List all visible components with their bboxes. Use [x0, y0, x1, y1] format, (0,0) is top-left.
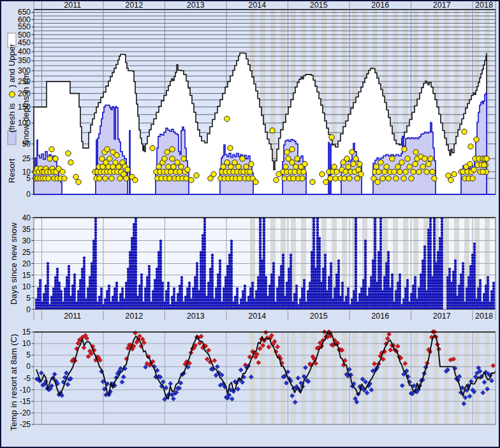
ytick-label: -20: [20, 408, 31, 417]
fresh-snow-marker: [49, 147, 54, 152]
fresh-snow-marker: [290, 147, 295, 152]
fresh-snow-marker: [47, 156, 52, 161]
fresh-snow-marker: [253, 179, 258, 184]
ytick-label: 15: [22, 271, 31, 280]
fresh-snow-marker: [282, 176, 287, 181]
fresh-snow-marker: [224, 116, 230, 121]
year-label: 2016: [371, 312, 389, 321]
fresh-snow-marker: [399, 160, 404, 165]
year-label: 2018: [475, 1, 493, 10]
fresh-snow-marker: [181, 156, 186, 161]
fresh-snow-marker: [320, 171, 325, 177]
fresh-snow-marker: [382, 169, 387, 174]
fresh-snow-marker: [343, 169, 348, 174]
fresh-snow-marker: [480, 169, 485, 174]
fresh-snow-marker: [342, 176, 347, 181]
fresh-legend-prefix: (fresh is: [7, 103, 17, 133]
fresh-snow-marker: [60, 169, 65, 174]
upper-legend-label: ) and Upper: [7, 43, 17, 87]
fresh-snow-marker: [346, 164, 351, 169]
fresh-snow-marker: [133, 177, 138, 182]
fresh-snow-marker: [166, 164, 171, 169]
ytick-label: 10: [22, 282, 31, 291]
year-label: 2017: [433, 312, 451, 321]
fresh-snow-marker: [428, 156, 433, 161]
ytick-label: 350: [18, 56, 31, 65]
ytick-label: 450: [18, 38, 31, 47]
fresh-snow-marker: [462, 129, 467, 134]
fresh-snow-marker: [97, 176, 102, 181]
fresh-snow-marker: [53, 156, 58, 161]
fresh-snow-marker: [185, 167, 190, 172]
fresh-snow-marker: [236, 164, 241, 169]
ytick-label: 400: [18, 47, 31, 56]
fresh-snow-marker: [334, 169, 339, 174]
fresh-snow-marker: [300, 176, 305, 181]
snow-axis-title: Snow depths in cm: [21, 73, 31, 145]
ytick-label: 650: [18, 8, 31, 17]
fresh-snow-marker: [358, 171, 364, 177]
fresh-legend-marker: [10, 92, 15, 98]
ytick-label: -5: [24, 374, 31, 383]
fresh-snow-marker: [393, 176, 399, 181]
fresh-snow-marker: [170, 147, 175, 152]
fresh-snow-marker: [168, 169, 173, 174]
fresh-snow-marker: [171, 164, 176, 169]
fresh-snow-marker: [107, 156, 112, 161]
fresh-snow-marker: [228, 145, 233, 150]
ytick-label: 5: [26, 350, 31, 359]
ytick-label: 10: [22, 339, 31, 348]
fresh-snow-marker: [117, 176, 122, 181]
fresh-snow-marker: [232, 160, 237, 165]
fresh-snow-marker: [76, 179, 81, 184]
fresh-snow-marker: [194, 173, 199, 178]
fresh-snow-marker: [468, 144, 473, 149]
fresh-snow-marker: [156, 164, 161, 169]
fresh-snow-marker: [347, 176, 352, 181]
fresh-snow-marker: [392, 169, 397, 174]
fresh-snow-marker: [467, 161, 473, 166]
fresh-snow-marker: [73, 174, 78, 179]
fresh-snow-marker: [384, 164, 389, 169]
fresh-snow-marker: [165, 150, 170, 155]
fresh-snow-marker: [432, 176, 437, 181]
fresh-snow-marker: [290, 160, 295, 165]
ytick-label: -25: [20, 420, 31, 429]
fresh-snow-marker: [66, 150, 71, 155]
fresh-snow-marker: [470, 176, 475, 181]
fresh-snow-marker: [374, 164, 379, 169]
ytick-label: 25: [22, 154, 31, 163]
fresh-snow-marker: [424, 169, 429, 174]
fresh-snow-marker: [482, 163, 487, 168]
ytick-label: 10: [22, 168, 31, 177]
fresh-snow-marker: [413, 161, 418, 166]
fresh-snow-marker: [401, 176, 406, 181]
fresh-snow-marker: [184, 176, 189, 181]
fresh-snow-marker: [109, 176, 114, 181]
fresh-snow-marker: [270, 128, 275, 133]
fresh-snow-marker: [125, 167, 130, 172]
ytick-label: -15: [20, 397, 31, 406]
fresh-snow-marker: [221, 164, 226, 169]
ytick-label: 25: [22, 248, 31, 257]
fresh-snow-marker: [124, 176, 129, 181]
fresh-snow-marker: [68, 160, 73, 165]
fresh-snow-marker: [114, 152, 119, 157]
ytick-label: 30: [22, 236, 31, 245]
snow-history-chart-container: 2011201220132014201520162017201820112012…: [0, 0, 500, 448]
year-label: 2011: [64, 312, 81, 321]
fresh-snow-marker: [407, 164, 412, 169]
ytick-label: 0: [26, 305, 31, 314]
fresh-snow-marker: [376, 169, 381, 174]
ytick-label: 35: [22, 225, 31, 234]
fresh-snow-marker: [397, 169, 402, 174]
fresh-snow-marker: [351, 161, 356, 166]
fresh-snow-marker: [353, 156, 358, 161]
fresh-snow-marker: [103, 176, 108, 181]
fresh-snow-marker: [380, 176, 385, 181]
ytick-label: 0: [26, 190, 31, 199]
ytick-label: 15: [22, 328, 31, 336]
fresh-snow-marker: [295, 156, 300, 161]
fresh-snow-marker: [62, 176, 67, 181]
fresh-snow-marker: [426, 161, 431, 166]
